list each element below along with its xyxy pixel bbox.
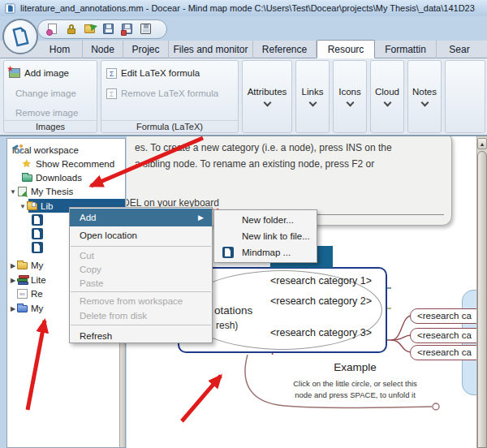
images-group: Add image Change image Remove image Imag…	[3, 60, 97, 133]
submenu-item-new-folder[interactable]: New folder...	[214, 212, 317, 228]
toolbar-pill	[37, 19, 167, 39]
chevron-down-icon	[420, 99, 429, 107]
mindmap-file-icon	[32, 242, 43, 253]
remove-image-button[interactable]: Remove image	[15, 106, 78, 119]
star-icon: ★	[22, 158, 33, 170]
tree-item-local-workspace[interactable]: local workspace	[12, 144, 79, 157]
tab-formatting[interactable]: Formattin	[375, 41, 437, 58]
add-image-button[interactable]: Add image	[9, 67, 69, 80]
research-subcategory-node[interactable]: <research ca	[410, 328, 487, 343]
folder-icon	[17, 260, 28, 271]
tab-project[interactable]: Projec	[123, 41, 169, 58]
chevron-down-icon	[346, 99, 354, 107]
lock-icon[interactable]	[65, 23, 78, 36]
cloud-dropdown[interactable]: Cloud	[370, 60, 404, 133]
map-scrollbar[interactable]: ▲	[476, 136, 487, 448]
window-title: literature_and_annotations.mm - Docear -…	[20, 3, 475, 13]
scrollbar-thumb[interactable]	[477, 151, 487, 448]
docear-logo-button[interactable]	[2, 19, 38, 54]
downloads-folder-icon	[22, 172, 33, 183]
tree-item-mindmap-file[interactable]	[32, 241, 45, 254]
ribbon-body: Add image Change image Remove image Imag…	[0, 58, 487, 136]
menu-item-copy[interactable]: Copy	[70, 262, 212, 276]
research-category-3-node[interactable]: <research category 3>	[270, 327, 400, 338]
submenu-item-mindmap[interactable]: Mindmap ...	[214, 244, 317, 261]
caret-right-icon[interactable]: ▶	[9, 277, 17, 284]
submenu-item-new-link-to-file[interactable]: New link to file...	[214, 228, 317, 244]
save-all-icon[interactable]	[140, 23, 153, 36]
root-node-text: otations	[214, 304, 252, 317]
caret-right-icon[interactable]: ▶	[9, 305, 17, 312]
menu-item-add[interactable]: Add ▶	[70, 209, 212, 226]
caret-right-icon[interactable]: ▶	[9, 262, 17, 269]
workspace-icon	[12, 144, 23, 154]
tree-item-my-thesis[interactable]: ▼ My Thesis	[9, 185, 73, 198]
formula-group-caption: Formula (LaTeX)	[101, 120, 238, 132]
bibtex-icon: tex	[17, 288, 28, 299]
caret-down-icon[interactable]: ▼	[19, 203, 27, 210]
images-group-caption: Images	[4, 120, 97, 132]
submenu-arrow-icon: ▶	[198, 213, 204, 222]
blue-folder-icon	[17, 303, 28, 314]
change-image-button[interactable]: Change image	[15, 87, 76, 100]
menu-item-remove-from-workspace[interactable]: Remove from workspace	[70, 294, 212, 308]
tree-item-library[interactable]: ▼ Lib	[19, 200, 53, 213]
example-node-title[interactable]: Example	[308, 361, 402, 373]
menu-item-delete-from-disk[interactable]: Delete from disk	[70, 308, 212, 323]
fold-circle	[433, 403, 439, 410]
app-icon	[5, 3, 15, 14]
open-map-icon[interactable]	[84, 23, 97, 36]
research-category-1-node[interactable]: <research category 1>	[270, 275, 400, 286]
context-menu: Add ▶ Open location Cut Copy Paste Remov…	[69, 207, 213, 343]
tree-item-references[interactable]: tex Re	[17, 287, 43, 300]
menu-item-cut[interactable]: Cut	[70, 248, 212, 262]
title-bar: literature_and_annotations.mm - Docear -…	[0, 0, 487, 16]
docear-window: literature_and_annotations.mm - Docear -…	[0, 0, 487, 448]
research-subcategory-node[interactable]: <research ca	[410, 345, 487, 360]
tree-item-blue-folder[interactable]: ▶ My	[9, 302, 43, 315]
tree-scrollbar[interactable]	[119, 342, 126, 448]
new-map-icon[interactable]	[46, 23, 59, 36]
tab-files-and-monitor[interactable]: Files and monitor	[169, 41, 253, 58]
menu-item-open-location[interactable]: Open location	[70, 226, 212, 244]
tree-item-mindmap-file[interactable]	[32, 227, 45, 240]
notes-dropdown[interactable]: Notes	[407, 60, 442, 133]
research-category-2-node[interactable]: <research category 2>	[270, 295, 400, 307]
tree-item-folder[interactable]: ▶ My	[9, 259, 43, 272]
scroll-up-icon[interactable]: ▲	[477, 138, 487, 149]
add-image-icon	[9, 68, 20, 78]
note-text: a sibling node. To rename an existing no…	[135, 158, 374, 170]
remove-latex-formula-button[interactable]: Σ Remove LaTeX formula	[106, 87, 218, 100]
root-node-subtext: resh)	[216, 320, 238, 331]
tree-item-mindmap-file[interactable]	[32, 213, 45, 226]
menu-item-paste[interactable]: Paste	[70, 276, 212, 290]
attributes-dropdown[interactable]: Attributes	[242, 60, 292, 133]
tab-reference[interactable]: Reference	[253, 41, 317, 58]
tab-home[interactable]: Hom	[37, 41, 83, 58]
example-node-text: node and press SPACE, to unfold it	[288, 390, 422, 399]
library-folder-icon	[27, 200, 38, 212]
icons-dropdown[interactable]: Icons	[333, 60, 367, 133]
chevron-down-icon	[383, 99, 391, 107]
docear-logo-icon	[10, 26, 31, 47]
tab-search[interactable]: Sear	[437, 41, 482, 58]
note-text: es. To create a new category (i.e. a nod…	[135, 142, 392, 153]
tab-node[interactable]: Node	[83, 41, 123, 58]
links-dropdown[interactable]: Links	[295, 60, 330, 133]
research-subcategory-node[interactable]: <research ca	[410, 308, 487, 324]
ribbon-empty-panel	[445, 60, 485, 133]
add-submenu: New folder... New link to file... Mindma…	[213, 209, 317, 263]
edit-latex-formula-button[interactable]: Σ Edit LaTeX formula	[106, 67, 200, 80]
menu-separator	[71, 325, 211, 325]
tree-item-show-recommendations[interactable]: ★ Show Recommend	[22, 157, 114, 170]
save-as-icon[interactable]	[121, 23, 134, 36]
menu-item-refresh[interactable]: Refresh	[70, 327, 212, 345]
tree-item-downloads[interactable]: Downloads	[22, 171, 82, 184]
tree-item-literature[interactable]: ▶ Lite	[9, 274, 46, 286]
literature-icon	[17, 274, 28, 286]
save-icon[interactable]	[102, 23, 115, 36]
tab-resources[interactable]: Resourc	[317, 40, 375, 58]
chevron-down-icon	[263, 99, 271, 107]
mindmap-file-icon	[222, 247, 234, 258]
caret-down-icon[interactable]: ▼	[9, 188, 17, 196]
